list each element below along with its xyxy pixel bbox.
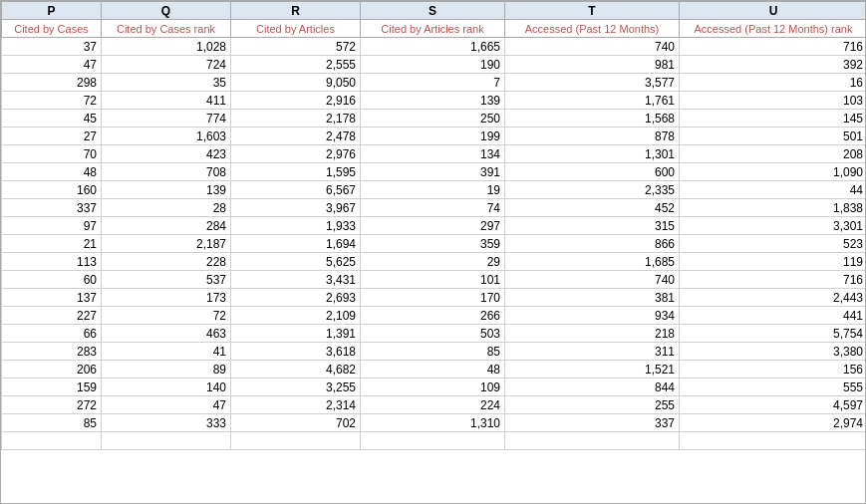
table-cell: 2,314 [231, 396, 361, 414]
table-cell: 218 [505, 325, 680, 343]
table-cell: 311 [505, 343, 680, 361]
table-cell: 156 [680, 361, 867, 378]
table-cell: 1,595 [231, 163, 361, 181]
table-cell: 878 [505, 127, 680, 145]
table-row: 337283,967744521,838 [2, 199, 867, 217]
table-row: 457742,1782501,568145 [2, 110, 867, 127]
table-cell: 47 [2, 56, 102, 74]
data-header-q: Cited by Cases rank [102, 20, 231, 38]
col-header-t: T [505, 2, 680, 20]
table-cell: 5,754 [680, 325, 867, 343]
table-row: 477242,555190981392 [2, 56, 867, 74]
table-cell: 981 [505, 56, 680, 74]
table-cell: 1,685 [505, 253, 680, 271]
table-cell: 866 [505, 235, 680, 253]
table-cell: 452 [505, 199, 680, 217]
table-cell: 37 [2, 38, 102, 56]
table-cell: 337 [505, 414, 680, 432]
table-cell: 255 [505, 396, 680, 414]
table-cell: 1,933 [231, 217, 361, 235]
table-cell: 97 [2, 217, 102, 235]
table-cell: 160 [2, 181, 102, 199]
table-row-empty [2, 432, 867, 450]
table-cell: 3,380 [680, 343, 867, 361]
table-cell: 228 [102, 253, 231, 271]
table-cell: 1,090 [680, 163, 867, 181]
table-cell: 190 [361, 56, 505, 74]
table-cell: 140 [102, 378, 231, 396]
table-cell: 170 [361, 289, 505, 307]
col-header-r: R [231, 2, 361, 20]
table-cell: 2,443 [680, 289, 867, 307]
table-cell: 2,178 [231, 110, 361, 127]
table-cell: 85 [361, 343, 505, 361]
table-cell: 3,431 [231, 271, 361, 289]
table-cell: 109 [361, 378, 505, 396]
table-cell: 3,967 [231, 199, 361, 217]
table-cell: 1,761 [505, 92, 680, 110]
table-cell: 337 [2, 199, 102, 217]
table-cell: 4,682 [231, 361, 361, 378]
table-cell: 1,603 [102, 127, 231, 145]
table-cell: 572 [231, 38, 361, 56]
table-cell: 113 [2, 253, 102, 271]
table-cell: 1,310 [361, 414, 505, 432]
table-cell: 206 [2, 361, 102, 378]
table-cell: 3,255 [231, 378, 361, 396]
table-cell: 7 [361, 74, 505, 92]
table-cell: 391 [361, 163, 505, 181]
column-header-row: P Q R S T U [2, 2, 867, 20]
table-cell: 60 [2, 271, 102, 289]
table-cell: 101 [361, 271, 505, 289]
spreadsheet: P Q R S T U Cited by Cases Cited by Case… [0, 0, 866, 504]
table-cell: 1,838 [680, 199, 867, 217]
table-row: 227722,109266934441 [2, 307, 867, 325]
table-cell: 600 [505, 163, 680, 181]
table-row: 724112,9161391,761103 [2, 92, 867, 110]
table-cell: 66 [2, 325, 102, 343]
table-cell: 266 [361, 307, 505, 325]
table-cell: 2,555 [231, 56, 361, 74]
table-row: 298359,05073,57716 [2, 74, 867, 92]
table-cell: 21 [2, 235, 102, 253]
table-cell: 441 [680, 307, 867, 325]
table-row: 972841,9332973153,301 [2, 217, 867, 235]
table-cell: 2,478 [231, 127, 361, 145]
table-cell: 227 [2, 307, 102, 325]
table-cell: 1,391 [231, 325, 361, 343]
table-cell: 41 [102, 343, 231, 361]
table-cell: 708 [102, 163, 231, 181]
table-cell: 2,916 [231, 92, 361, 110]
table-row: 704232,9761341,301208 [2, 145, 867, 163]
table-cell: 463 [102, 325, 231, 343]
table-cell: 72 [2, 92, 102, 110]
table-cell: 119 [680, 253, 867, 271]
data-header-p: Cited by Cases [2, 20, 102, 38]
table-row: 664631,3915032185,754 [2, 325, 867, 343]
table-cell: 3,618 [231, 343, 361, 361]
table-cell: 740 [505, 271, 680, 289]
table-row: 206894,682481,521156 [2, 361, 867, 378]
table-row: 371,0285721,665740716 [2, 38, 867, 56]
table-cell: 555 [680, 378, 867, 396]
table-row: 212,1871,694359866523 [2, 235, 867, 253]
table-cell: 2,335 [505, 181, 680, 199]
table-cell: 297 [361, 217, 505, 235]
table-cell: 44 [680, 181, 867, 199]
table-row: 487081,5953916001,090 [2, 163, 867, 181]
table-cell: 272 [2, 396, 102, 414]
table-cell-empty [231, 432, 361, 450]
data-header-t: Accessed (Past 12 Months) [505, 20, 680, 38]
table-cell: 35 [102, 74, 231, 92]
table-cell: 503 [361, 325, 505, 343]
table-cell: 2,187 [102, 235, 231, 253]
data-header-u: Accessed (Past 12 Months) rank [680, 20, 867, 38]
table-cell: 4,597 [680, 396, 867, 414]
col-header-p: P [2, 2, 102, 20]
table-cell: 774 [102, 110, 231, 127]
table-cell: 72 [102, 307, 231, 325]
table-cell: 740 [505, 38, 680, 56]
table-cell: 359 [361, 235, 505, 253]
table-cell: 333 [102, 414, 231, 432]
table-cell: 1,301 [505, 145, 680, 163]
